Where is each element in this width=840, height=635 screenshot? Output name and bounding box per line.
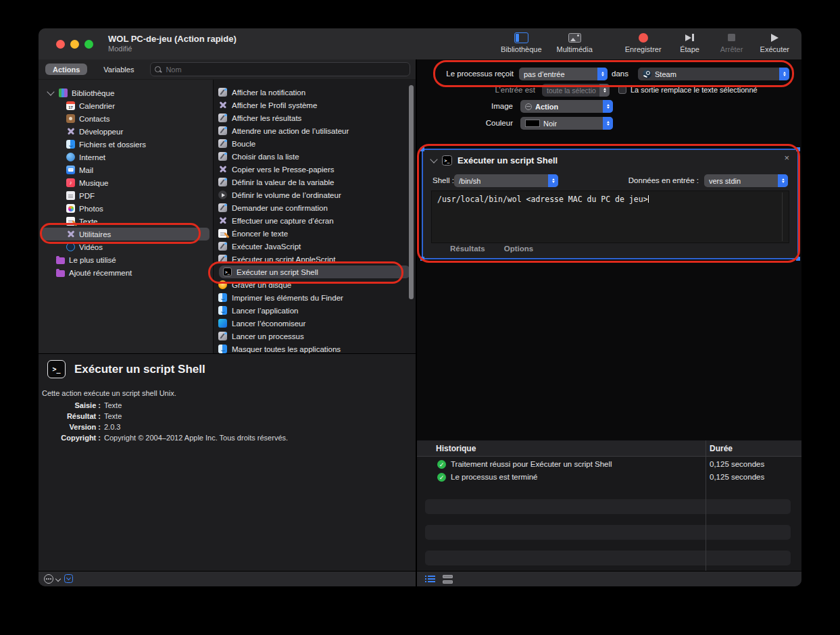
more-options-icon[interactable] (44, 574, 53, 584)
automator-icon (218, 332, 227, 340)
contacts-icon (66, 114, 75, 123)
close-action-button[interactable]: × (784, 153, 789, 163)
search-field[interactable] (150, 62, 410, 76)
action-list-item[interactable]: Demander une confirmation (214, 201, 416, 214)
sidebar-item-contacts[interactable]: Contacts (39, 112, 213, 125)
sidebar-item-videos[interactable]: Vidéos (39, 240, 213, 253)
action-list-item[interactable]: Copier vers le Presse-papiers (214, 163, 416, 176)
action-list-item[interactable]: Énoncer le texte (214, 227, 416, 240)
tab-actions[interactable]: Actions (45, 63, 87, 75)
chevron-down-icon[interactable] (430, 155, 437, 163)
list-view-icon[interactable] (425, 576, 435, 583)
output-replaces-checkbox[interactable] (618, 86, 626, 94)
popup-value: toute la sélection (547, 86, 596, 95)
action-list-item[interactable]: Définir la valeur de la variable (214, 176, 416, 188)
popup-value: /bin/sh (459, 177, 480, 185)
action-list-item-executer-un-script-shell[interactable]: Exécuter un script Shell (219, 265, 410, 278)
sidebar-item-fichiers-et-dossiers[interactable]: Fichiers et dossiers (39, 138, 213, 151)
minimize-window-button[interactable] (70, 40, 79, 49)
action-list-item[interactable]: Effectuer une capture d’écran (214, 214, 416, 227)
panel-view-icon[interactable] (443, 575, 453, 584)
mail-icon (66, 166, 75, 174)
sidebar-item-le-plus-utilise[interactable]: Le plus utilisé (39, 253, 213, 266)
sidebar-item-musique[interactable]: Musique (39, 176, 213, 189)
sidebar-item-photos[interactable]: Photos (39, 202, 213, 215)
action-label: Masquer toutes les applications (232, 345, 341, 353)
toolbar-label: Exécuter (760, 45, 789, 53)
action-list-item[interactable]: Imprimer les éléments du Finder (214, 291, 416, 304)
history-row[interactable]: ✓ Traitement réussi pour Exécuter un scr… (417, 458, 801, 471)
action-list-item[interactable]: Attendre une action de l’utilisateur (214, 124, 416, 137)
stop-icon (728, 34, 735, 41)
sidebar-item-ajoute-recemment[interactable]: Ajouté récemment (39, 266, 213, 279)
action-list-item[interactable]: Définir le volume de l’ordinateur (214, 188, 416, 201)
shell-script-editor[interactable]: /usr/local/bin/wol <adresse MAC du PC de… (431, 190, 789, 243)
selection-handle[interactable] (420, 147, 424, 151)
toolbar-record-button[interactable]: Enregistrer (625, 32, 662, 53)
sidebar-item-bibliotheque[interactable]: Bibliothèque (39, 86, 213, 99)
sidebar-item-developpeur[interactable]: Développeur (39, 125, 213, 138)
tab-variables[interactable]: Variables (96, 63, 141, 75)
popup-value: pas d’entrée (524, 70, 565, 78)
shell-popup[interactable]: /bin/sh (454, 174, 558, 187)
action-list-scrollbar[interactable] (409, 85, 414, 299)
selection-handle[interactable] (796, 147, 800, 151)
toolbar-run-button[interactable]: Exécuter (760, 32, 789, 53)
action-list-item[interactable]: Choisir dans la liste (214, 150, 416, 163)
action-list-item[interactable]: Exécuter un script AppleScript (214, 253, 416, 265)
tab-options[interactable]: Options (504, 245, 533, 253)
description-panel-toggle-icon[interactable] (64, 574, 73, 583)
toolbar-media-button[interactable]: Multimédia (557, 32, 593, 53)
selection-handle[interactable] (796, 257, 800, 261)
automator-icon (218, 203, 227, 212)
action-label: Afficher les résultats (232, 114, 301, 122)
chevron-down-icon[interactable] (55, 576, 61, 582)
sidebar-item-utilitaires[interactable]: Utilitaires (42, 228, 209, 240)
action-label: Lancer l’économiseur (232, 320, 305, 328)
process-input-popup[interactable]: pas d’entrée (519, 68, 608, 80)
sidebar-item-calendrier[interactable]: Calendrier (39, 99, 213, 112)
library-columns: Bibliothèque Calendrier Contacts Dévelop… (39, 80, 416, 353)
action-list-item[interactable]: Boucle (214, 137, 416, 150)
action-list-item[interactable]: Lancer l’application (214, 304, 416, 317)
action-label: Afficher le Profil système (232, 101, 317, 109)
history-row-text: Traitement réussi pour Exécuter un scrip… (451, 458, 612, 471)
toolbar-library-button[interactable]: Bibliothèque (501, 32, 542, 53)
toolbar-stop-button: Arrêter (718, 32, 745, 53)
window-title-block: WOL PC-de-jeu (Action rapide) Modifié (108, 34, 237, 53)
color-popup[interactable]: Noir (520, 117, 613, 130)
action-label: Afficher la notification (232, 88, 305, 97)
action-list-item[interactable]: Exécuter JavaScript (214, 240, 416, 253)
action-list-item[interactable]: Afficher les résultats (214, 111, 416, 124)
action-list-item[interactable]: Masquer toutes les applications (214, 342, 416, 353)
action-list-item[interactable]: Afficher la notification (214, 86, 416, 99)
input-data-popup[interactable]: vers stdin (704, 174, 788, 187)
automator-icon (218, 178, 227, 186)
music-icon (66, 178, 75, 187)
zoom-window-button[interactable] (84, 40, 93, 49)
smart-folder-icon (56, 257, 65, 264)
sidebar-item-pdf[interactable]: PDF (39, 189, 213, 202)
close-window-button[interactable] (56, 40, 65, 49)
history-row[interactable]: ✓ Le processus est terminé 0,125 seconde… (417, 471, 801, 484)
sidebar-item-internet[interactable]: Internet (39, 151, 213, 163)
action-list-item[interactable]: Lancer l’économiseur (214, 317, 416, 330)
description-title: Exécuter un script Shell (74, 363, 205, 376)
titlebar: WOL PC-de-jeu (Action rapide) Modifié Bi… (39, 28, 801, 60)
desktop-background: WOL PC-de-jeu (Action rapide) Modifié Bi… (0, 0, 840, 635)
action-list-item[interactable]: Lancer un processus (214, 330, 416, 342)
image-popup[interactable]: Action (520, 100, 613, 113)
chevron-down-icon[interactable] (47, 88, 54, 95)
sidebar-item-label: Contacts (79, 115, 109, 123)
selection-handle[interactable] (420, 257, 424, 261)
toolbar-step-button[interactable]: Étape (676, 32, 703, 53)
action-list-item[interactable]: Afficher le Profil système (214, 99, 416, 111)
sidebar-item-mail[interactable]: Mail (39, 163, 213, 176)
footer-divider (416, 572, 417, 586)
search-input[interactable] (164, 65, 405, 74)
action-list-item[interactable]: Graver un disque (214, 278, 416, 291)
sidebar-item-texte[interactable]: Texte (39, 215, 213, 228)
application-popup[interactable]: Steam (638, 68, 789, 80)
utilities-x-icon (218, 165, 227, 174)
tab-resultats[interactable]: Résultats (450, 245, 485, 253)
